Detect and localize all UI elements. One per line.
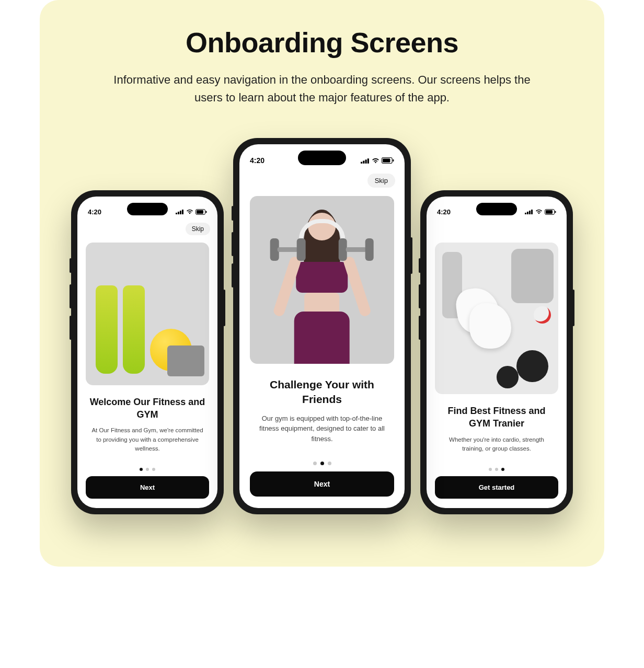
svg-rect-9: [365, 159, 367, 163]
phone-mockup-1: 4:20 Skip Welcome Our Fitness and GYM At…: [71, 190, 224, 514]
svg-rect-16: [529, 211, 531, 214]
onboarding-title: Welcome Our Fitness and GYM: [87, 396, 208, 421]
status-time: 4:20: [250, 156, 264, 165]
onboarding-image: [250, 196, 394, 364]
svg-rect-5: [197, 210, 203, 214]
page-dot: [313, 462, 317, 465]
cellular-icon: [525, 209, 533, 214]
page-indicator: [239, 452, 405, 471]
page-indicator: [427, 460, 567, 476]
page-dot: [140, 468, 143, 471]
battery-icon: [545, 209, 556, 215]
onboarding-description: At Our Fitness and Gym, we're committed …: [87, 426, 208, 453]
next-button[interactable]: Next: [86, 476, 209, 499]
svg-rect-13: [393, 159, 394, 162]
page-dot: [328, 462, 331, 465]
wifi-icon: [372, 158, 380, 164]
page-subtitle: Informative and easy navigation in the o…: [108, 71, 536, 107]
skip-row: Skip: [239, 169, 405, 188]
page-indicator: [77, 460, 217, 476]
svg-rect-3: [182, 210, 183, 214]
page-dot: [320, 462, 324, 465]
dynamic-island: [476, 203, 517, 215]
dynamic-island: [298, 151, 346, 165]
svg-rect-10: [367, 158, 369, 164]
battery-icon: [382, 157, 394, 164]
status-time: 4:20: [88, 208, 101, 216]
wifi-icon: [535, 209, 543, 214]
onboarding-description: Our gym is equipped with top-of-the-line…: [251, 413, 393, 444]
svg-rect-0: [176, 213, 177, 214]
svg-rect-17: [531, 210, 533, 214]
svg-rect-6: [206, 211, 207, 213]
page-dot: [489, 468, 492, 471]
phone-mockup-2: 4:20 Skip: [233, 138, 411, 514]
cellular-icon: [176, 209, 184, 214]
page-dot: [501, 468, 504, 471]
page-title: Onboarding Screens: [61, 26, 583, 59]
showcase-card: Onboarding Screens Informative and easy …: [40, 0, 604, 567]
svg-rect-19: [546, 210, 553, 214]
cellular-icon: [361, 158, 370, 164]
svg-rect-14: [525, 213, 526, 214]
page-dot: [146, 468, 149, 471]
page-dot: [495, 468, 498, 471]
svg-rect-2: [180, 211, 181, 214]
battery-icon: [196, 209, 207, 215]
svg-rect-20: [555, 211, 556, 213]
dynamic-island: [127, 203, 168, 215]
svg-rect-1: [178, 212, 179, 214]
svg-rect-12: [383, 158, 390, 163]
svg-rect-7: [361, 162, 362, 163]
onboarding-image: [435, 243, 558, 394]
phone-mockup-3: 4:20 . Find Best Fitn: [420, 190, 573, 514]
onboarding-title: Find Best Fitness and GYM Tranier: [436, 405, 557, 430]
skip-button[interactable]: Skip: [186, 223, 210, 235]
svg-rect-8: [363, 160, 364, 163]
wifi-icon: [186, 209, 193, 214]
phones-row: 4:20 Skip Welcome Our Fitness and GYM At…: [61, 138, 583, 514]
onboarding-description: Whether you're into cardio, strength tra…: [436, 435, 557, 454]
svg-rect-15: [527, 212, 528, 214]
get-started-button[interactable]: Get started: [435, 476, 558, 499]
skip-button[interactable]: Skip: [367, 174, 395, 188]
onboarding-title: Challenge Your with Friends: [251, 377, 393, 407]
next-button[interactable]: Next: [250, 471, 394, 497]
onboarding-image: [86, 243, 209, 385]
status-time: 4:20: [437, 208, 451, 216]
skip-row: Skip: [77, 220, 217, 235]
page-dot: [152, 468, 155, 471]
